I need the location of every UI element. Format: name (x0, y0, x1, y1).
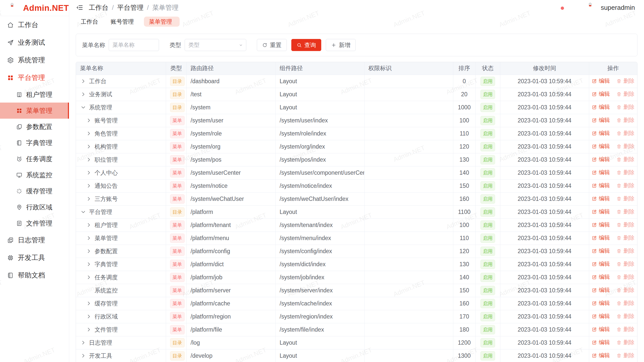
user-menu[interactable]: superadmin (588, 3, 637, 13)
delete-button[interactable]: 删除 (616, 182, 634, 189)
delete-button[interactable]: 删除 (616, 208, 634, 215)
delete-button[interactable]: 删除 (616, 195, 634, 202)
expand-row-icon[interactable] (86, 313, 92, 320)
sidebar-item-工作台[interactable]: 工作台 (0, 16, 69, 34)
sidebar-item-开发工具[interactable]: 开发工具 (0, 249, 69, 266)
edit-button[interactable]: 编辑 (592, 352, 610, 359)
edit-button[interactable]: 编辑 (592, 234, 610, 242)
expand-row-icon[interactable] (86, 183, 92, 189)
sidebar-item-业务测试[interactable]: 业务测试 (0, 34, 69, 51)
sidebar-item-帮助文档[interactable]: 帮助文档 (0, 266, 69, 284)
edit-button[interactable]: 编辑 (592, 326, 610, 333)
edit-button[interactable]: 编辑 (592, 247, 610, 255)
sidebar-subitem-任务调度[interactable]: 任务调度 (0, 151, 69, 167)
breadcrumb-item[interactable]: 工作台 (89, 3, 108, 12)
delete-button[interactable]: 删除 (616, 326, 634, 333)
delete-button[interactable]: 删除 (616, 77, 634, 85)
sidebar-subitem-缓存管理[interactable]: 缓存管理 (0, 183, 69, 199)
column-header-类型: 类型 (166, 62, 186, 75)
add-button[interactable]: 新增 (326, 39, 356, 51)
collapse-row-icon[interactable] (80, 209, 87, 215)
sort-value: 170 (453, 310, 475, 323)
type-select[interactable]: 类型 (185, 39, 246, 51)
expand-row-icon[interactable] (86, 222, 92, 228)
edit-button[interactable]: 编辑 (592, 260, 610, 268)
delete-button[interactable]: 删除 (616, 221, 634, 229)
tab-工作台[interactable]: 工作台 (76, 17, 103, 27)
sidebar-item-日志管理[interactable]: 日志管理 (0, 231, 69, 249)
edit-button[interactable]: 编辑 (592, 103, 610, 111)
edit-button[interactable]: 编辑 (592, 116, 610, 124)
expand-row-icon[interactable] (86, 156, 92, 163)
expand-row-icon[interactable] (86, 169, 92, 176)
expand-row-icon[interactable] (86, 130, 92, 137)
edit-button[interactable]: 编辑 (592, 299, 610, 307)
delete-button[interactable]: 删除 (616, 169, 634, 176)
delete-button[interactable]: 删除 (616, 90, 634, 98)
edit-icon (592, 235, 597, 241)
edit-button[interactable]: 编辑 (592, 286, 610, 294)
delete-button[interactable]: 删除 (616, 312, 634, 320)
delete-button[interactable]: 删除 (616, 273, 634, 281)
edit-button[interactable]: 编辑 (592, 221, 610, 229)
edit-button[interactable]: 编辑 (592, 208, 610, 215)
expand-row-icon[interactable] (86, 274, 92, 281)
sidebar-subitem-系统监控[interactable]: 系统监控 (0, 167, 69, 183)
edit-button[interactable]: 编辑 (592, 312, 610, 320)
expand-row-icon[interactable] (80, 91, 87, 98)
sidebar-subitem-租户管理[interactable]: 租户管理 (0, 86, 69, 103)
delete-button[interactable]: 删除 (616, 156, 634, 163)
delete-button[interactable]: 删除 (616, 103, 634, 111)
edit-button[interactable]: 编辑 (592, 156, 610, 163)
edit-button[interactable]: 编辑 (592, 77, 610, 85)
edit-button[interactable]: 编辑 (592, 90, 610, 98)
delete-button[interactable]: 删除 (616, 339, 634, 346)
delete-button[interactable]: 删除 (616, 234, 634, 242)
expand-row-icon[interactable] (86, 300, 92, 307)
delete-button[interactable]: 删除 (616, 143, 634, 150)
copy-doc-icon (16, 124, 22, 130)
delete-button[interactable]: 删除 (616, 299, 634, 307)
menu-name-input[interactable] (109, 39, 159, 51)
edit-button[interactable]: 编辑 (592, 182, 610, 189)
expand-row-icon[interactable] (80, 78, 87, 84)
expand-row-icon[interactable] (86, 326, 92, 333)
collapse-sidebar-icon[interactable] (76, 4, 83, 11)
sidebar-subitem-菜单管理[interactable]: 菜单管理 (0, 103, 69, 119)
expand-row-icon[interactable] (86, 235, 92, 241)
delete-button[interactable]: 删除 (616, 286, 634, 294)
query-button[interactable]: 查询 (291, 39, 321, 51)
logo[interactable]: Admin.NET (0, 0, 69, 16)
expand-row-icon[interactable] (86, 143, 92, 150)
sidebar-item-平台管理[interactable]: 平台管理 (0, 69, 69, 86)
edit-button[interactable]: 编辑 (592, 273, 610, 281)
delete-button[interactable]: 删除 (616, 116, 634, 124)
edit-button[interactable]: 编辑 (592, 169, 610, 176)
sidebar-subitem-文件管理[interactable]: 文件管理 (0, 215, 69, 231)
expand-row-icon[interactable] (80, 339, 87, 346)
sidebar-subitem-行政区域[interactable]: 行政区域 (0, 199, 69, 215)
delete-button[interactable]: 删除 (616, 129, 634, 137)
edit-button[interactable]: 编辑 (592, 129, 610, 137)
expand-row-icon[interactable] (86, 261, 92, 267)
tab-菜单管理[interactable]: 菜单管理 (144, 17, 180, 27)
tab-账号管理[interactable]: 账号管理 (106, 17, 141, 27)
expand-row-icon[interactable] (86, 248, 92, 254)
delete-button[interactable]: 删除 (616, 247, 634, 255)
sidebar-item-系统管理[interactable]: 系统管理 (0, 51, 69, 69)
breadcrumb-item[interactable]: 平台管理 (117, 3, 143, 12)
expand-row-icon[interactable] (86, 117, 92, 124)
edit-button[interactable]: 编辑 (592, 339, 610, 346)
reset-button[interactable]: 重置 (257, 39, 287, 51)
expand-row-icon[interactable] (80, 352, 87, 359)
type-badge-dir: 目录 (170, 207, 185, 217)
sidebar-subitem-字典管理[interactable]: 字典管理 (0, 135, 69, 151)
delete-button[interactable]: 删除 (616, 352, 634, 359)
delete-button[interactable]: 删除 (616, 260, 634, 268)
expand-row-icon[interactable] (86, 196, 92, 202)
modified-time: 2023-01-03 10:59:44 (500, 127, 589, 140)
edit-button[interactable]: 编辑 (592, 143, 610, 150)
edit-button[interactable]: 编辑 (592, 195, 610, 202)
sidebar-subitem-参数配置[interactable]: 参数配置 (0, 119, 69, 135)
collapse-row-icon[interactable] (80, 104, 87, 111)
